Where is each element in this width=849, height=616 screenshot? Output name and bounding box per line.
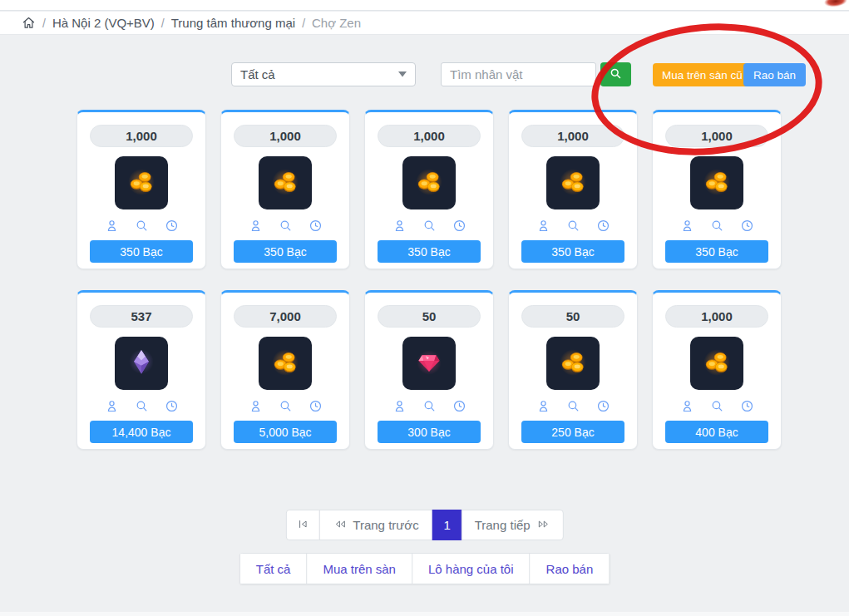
inspect-icon[interactable] [279, 219, 293, 233]
inspect-icon[interactable] [566, 399, 580, 413]
search-button[interactable] [600, 62, 631, 86]
card-actions [105, 219, 179, 233]
market-card: 1,000 350 Bạc [508, 110, 638, 269]
item-tile[interactable] [690, 156, 743, 209]
breadcrumb-item-server[interactable]: Hà Nội 2 (VQ+BV) [52, 16, 155, 30]
breadcrumb-separator: / [42, 17, 46, 30]
item-tile[interactable] [402, 337, 456, 390]
market-card: 1,000 350 Bạc [364, 110, 494, 269]
quantity-badge: 1,000 [665, 305, 768, 328]
breadcrumb-separator: / [161, 17, 165, 30]
price-button[interactable]: 400 Bạc [665, 421, 768, 443]
gold-coins-icon [555, 164, 590, 202]
tab-all[interactable]: Tất cả [240, 554, 307, 584]
history-icon[interactable] [165, 219, 179, 233]
card-actions [680, 219, 754, 233]
tab-my-lots[interactable]: Lô hàng của tôi [412, 554, 530, 584]
inspect-icon[interactable] [710, 219, 724, 233]
gold-coins-icon [699, 164, 734, 202]
breadcrumb-item-trade-center[interactable]: Trung tâm thương mại [171, 16, 295, 30]
price-button[interactable]: 350 Bạc [234, 240, 337, 263]
price-button[interactable]: 350 Bạc [665, 240, 768, 263]
inspect-icon[interactable] [135, 399, 149, 413]
price-button[interactable]: 350 Bạc [90, 240, 193, 263]
category-select[interactable]: Tất cả [231, 62, 416, 86]
seller-icon[interactable] [249, 399, 263, 413]
item-tile[interactable] [259, 337, 312, 390]
market-card: 50 250 Bạc [508, 290, 638, 450]
skip-to-first-icon [296, 518, 309, 533]
history-icon[interactable] [740, 219, 754, 233]
history-icon[interactable] [165, 399, 179, 413]
price-button[interactable]: 350 Bạc [521, 240, 624, 263]
inspect-icon[interactable] [566, 219, 580, 233]
seller-icon[interactable] [536, 399, 550, 413]
market-card: 1,000 350 Bạc [652, 110, 782, 269]
item-tile[interactable] [546, 337, 600, 390]
item-tile[interactable] [259, 156, 312, 209]
item-tile[interactable] [115, 156, 168, 209]
buy-old-market-button[interactable]: Mua trên sàn cũ [653, 63, 752, 86]
pink-gem-icon [412, 344, 447, 382]
zen-market-screen: / Hà Nội 2 (VQ+BV) / Trung tâm thương mạ… [0, 0, 849, 616]
quantity-badge: 50 [521, 305, 624, 328]
price-button[interactable]: 14,400 Bạc [90, 421, 193, 443]
card-actions [392, 399, 466, 413]
next-page-button[interactable]: Trang tiếp [462, 510, 564, 540]
quantity-badge: 1,000 [90, 125, 193, 147]
seller-icon[interactable] [249, 219, 263, 233]
seller-icon[interactable] [392, 399, 407, 413]
inspect-icon[interactable] [710, 399, 724, 413]
market-card: 1,000 350 Bạc [77, 110, 206, 269]
seller-icon[interactable] [536, 219, 550, 233]
history-icon[interactable] [740, 399, 754, 413]
item-tile[interactable] [546, 156, 600, 209]
inspect-icon[interactable] [279, 399, 293, 413]
quantity-badge: 1,000 [234, 125, 337, 147]
item-tile[interactable] [690, 337, 743, 390]
gold-coins-icon [268, 344, 303, 382]
gold-coins-icon [268, 164, 303, 202]
card-actions [249, 219, 323, 233]
quantity-badge: 537 [90, 305, 193, 328]
current-page-button[interactable]: 1 [432, 510, 462, 540]
history-icon[interactable] [452, 219, 466, 233]
seller-icon[interactable] [680, 399, 694, 413]
quantity-badge: 1,000 [665, 125, 768, 147]
seller-icon[interactable] [392, 219, 407, 233]
price-button[interactable]: 350 Bạc [378, 240, 481, 263]
history-icon[interactable] [309, 399, 323, 413]
price-button[interactable]: 300 Bạc [378, 421, 481, 443]
gold-coins-icon [124, 164, 159, 202]
seller-icon[interactable] [680, 219, 694, 233]
inspect-icon[interactable] [422, 399, 437, 413]
price-button[interactable]: 250 Bạc [521, 421, 624, 443]
seller-icon[interactable] [105, 219, 119, 233]
item-tile[interactable] [115, 337, 168, 390]
quantity-badge: 1,000 [521, 125, 624, 147]
sell-button[interactable]: Rao bán [743, 63, 806, 86]
history-icon[interactable] [309, 219, 323, 233]
prev-page-label: Trang trước [353, 518, 418, 532]
home-icon[interactable] [22, 16, 36, 30]
item-tile[interactable] [402, 156, 456, 209]
gold-coins-icon [699, 344, 734, 382]
card-actions [105, 399, 179, 413]
market-card: 50 300 Bạc [364, 290, 494, 450]
card-actions [536, 219, 610, 233]
search-input[interactable] [441, 62, 596, 86]
bottom-edge-strip [0, 612, 849, 616]
prev-page-button[interactable]: Trang trước [318, 510, 432, 540]
history-icon[interactable] [596, 399, 610, 413]
tab-buy-on-market[interactable]: Mua trên sàn [306, 554, 412, 584]
inspect-icon[interactable] [135, 219, 149, 233]
price-button[interactable]: 5,000 Bạc [234, 421, 337, 443]
pagination: Trang trước 1 Trang tiếp [285, 510, 563, 540]
inspect-icon[interactable] [422, 219, 437, 233]
history-icon[interactable] [452, 399, 466, 413]
first-page-button[interactable] [285, 510, 319, 540]
tab-sell[interactable]: Rao bán [530, 554, 610, 584]
history-icon[interactable] [596, 219, 610, 233]
window-top-strip [0, 0, 849, 11]
seller-icon[interactable] [105, 399, 119, 413]
